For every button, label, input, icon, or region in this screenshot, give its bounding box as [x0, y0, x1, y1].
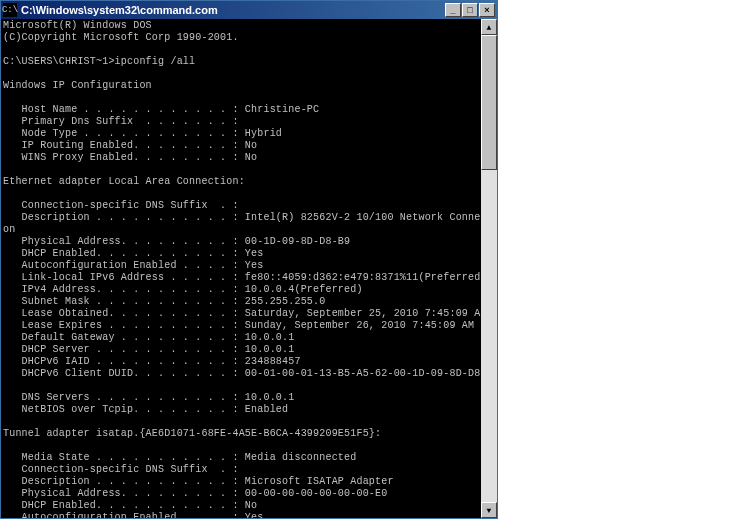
lan-autoconf-line: Autoconfiguration Enabled . . . . : Yes [3, 260, 263, 271]
window-controls: _ □ × [445, 3, 495, 17]
prompt-line: C:\USERS\CHRIST~1>ipconfig /all [3, 56, 195, 67]
terminal-output[interactable]: Microsoft(R) Windows DOS (C)Copyright Mi… [1, 19, 481, 518]
lan-netbios-line: NetBIOS over Tcpip. . . . . . . . : Enab… [3, 404, 288, 415]
window-title: C:\Windows\system32\command.com [21, 4, 445, 16]
lan-lease-exp-line: Lease Expires . . . . . . . . . . : Sund… [3, 320, 474, 331]
isatap-autoconf-line: Autoconfiguration Enabled . . . . : Yes [3, 512, 263, 518]
header-line-2: (C)Copyright Microsoft Corp 1990-2001. [3, 32, 239, 43]
isatap-consuffix-line: Connection-specific DNS Suffix . : [3, 464, 239, 475]
command-prompt-window: C:\ C:\Windows\system32\command.com _ □ … [0, 0, 498, 519]
lan-consuffix-line: Connection-specific DNS Suffix . : [3, 200, 239, 211]
lan-dhcp-line: DHCP Enabled. . . . . . . . . . . : Yes [3, 248, 263, 259]
wins-proxy-line: WINS Proxy Enabled. . . . . . . . : No [3, 152, 257, 163]
section-isatap: Tunnel adapter isatap.{AE6D1071-68FE-4A5… [3, 428, 381, 439]
lan-phys-line: Physical Address. . . . . . . . . : 00-1… [3, 236, 350, 247]
lan-desc-wrap: on [3, 224, 15, 235]
section-winipconf: Windows IP Configuration [3, 80, 152, 91]
scroll-down-button[interactable]: ▼ [481, 502, 497, 518]
lan-lease-obt-line: Lease Obtained. . . . . . . . . . : Satu… [3, 308, 481, 319]
lan-dhcpsrv-line: DHCP Server . . . . . . . . . . . : 10.0… [3, 344, 294, 355]
lan-gateway-line: Default Gateway . . . . . . . . . : 10.0… [3, 332, 294, 343]
scroll-thumb[interactable] [481, 35, 497, 170]
scroll-track[interactable] [481, 35, 497, 502]
lan-dns-line: DNS Servers . . . . . . . . . . . : 10.0… [3, 392, 294, 403]
scroll-up-button[interactable]: ▲ [481, 19, 497, 35]
maximize-button[interactable]: □ [462, 3, 478, 17]
lan-desc-line: Description . . . . . . . . . . . : Inte… [3, 212, 481, 223]
isatap-media-line: Media State . . . . . . . . . . . : Medi… [3, 452, 356, 463]
isatap-phys-line: Physical Address. . . . . . . . . : 00-0… [3, 488, 387, 499]
header-line-1: Microsoft(R) Windows DOS [3, 20, 152, 31]
close-button[interactable]: × [479, 3, 495, 17]
content-area: Microsoft(R) Windows DOS (C)Copyright Mi… [1, 19, 497, 518]
lan-ipv4-line: IPv4 Address. . . . . . . . . . . : 10.0… [3, 284, 363, 295]
node-type-line: Node Type . . . . . . . . . . . . : Hybr… [3, 128, 282, 139]
isatap-desc-line: Description . . . . . . . . . . . : Micr… [3, 476, 394, 487]
isatap-dhcp-line: DHCP Enabled. . . . . . . . . . . : No [3, 500, 257, 511]
titlebar[interactable]: C:\ C:\Windows\system32\command.com _ □ … [1, 1, 497, 19]
primary-dns-line: Primary Dns Suffix . . . . . . . : [3, 116, 239, 127]
ip-routing-line: IP Routing Enabled. . . . . . . . : No [3, 140, 257, 151]
lan-dhcpv6-duid-line: DHCPv6 Client DUID. . . . . . . . : 00-0… [3, 368, 481, 379]
vertical-scrollbar[interactable]: ▲ ▼ [481, 19, 497, 518]
host-name-line: Host Name . . . . . . . . . . . . : Chri… [3, 104, 319, 115]
minimize-button[interactable]: _ [445, 3, 461, 17]
app-icon: C:\ [3, 3, 17, 17]
lan-dhcpv6-iaid-line: DHCPv6 IAID . . . . . . . . . . . : 2348… [3, 356, 301, 367]
section-lan: Ethernet adapter Local Area Connection: [3, 176, 245, 187]
lan-ll-ipv6-line: Link-local IPv6 Address . . . . . : fe80… [3, 272, 481, 283]
lan-subnet-line: Subnet Mask . . . . . . . . . . . : 255.… [3, 296, 325, 307]
